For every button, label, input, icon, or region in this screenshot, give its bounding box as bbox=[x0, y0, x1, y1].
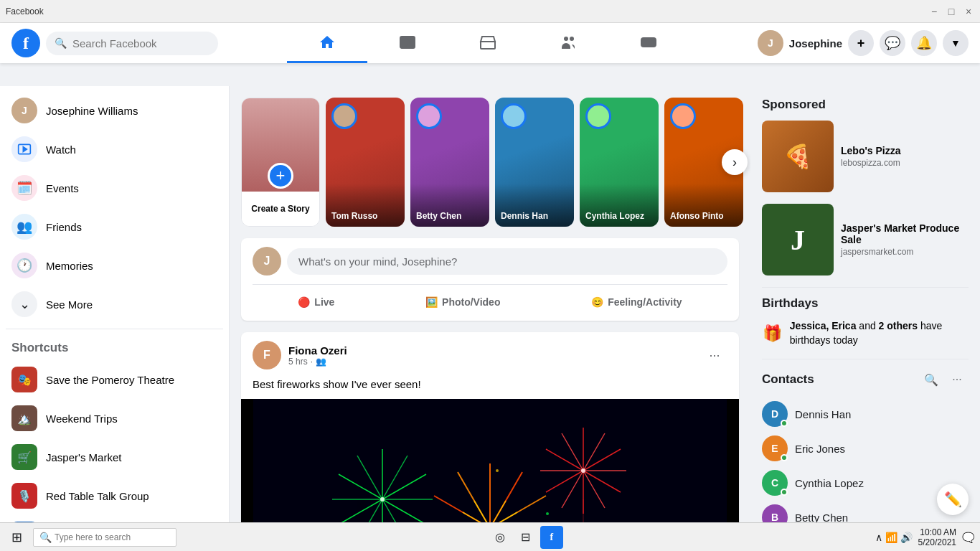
close-button[interactable]: × bbox=[963, 6, 974, 17]
user-sidebar-avatar: J bbox=[11, 98, 37, 123]
chevron-up-icon[interactable]: ∧ bbox=[875, 532, 882, 543]
nav-marketplace[interactable] bbox=[448, 23, 528, 63]
ad-lebos-url: lebospizza.com bbox=[841, 158, 900, 168]
shortcut-red-table[interactable]: 🎙️ Red Table Talk Group bbox=[6, 477, 223, 514]
svg-point-64 bbox=[496, 469, 499, 472]
photo-video-button[interactable]: 🖼️ Photo/Video bbox=[414, 292, 512, 312]
nav-groups[interactable] bbox=[528, 23, 608, 63]
stories-next-button[interactable]: › bbox=[722, 149, 748, 175]
chat-button[interactable]: ✏️ bbox=[937, 484, 969, 515]
create-story-card[interactable]: + Create a Story bbox=[241, 98, 320, 227]
minimize-button[interactable]: − bbox=[928, 6, 940, 17]
ad-lebos-info: Lebo's Pizza lebospizza.com bbox=[841, 121, 900, 192]
maximize-button[interactable]: □ bbox=[946, 6, 957, 17]
taskbar-cortana-icon[interactable]: ◎ bbox=[489, 526, 512, 549]
post-author: F Fiona Ozeri 5 hrs · 👥 bbox=[253, 341, 347, 369]
contact-cynthia-avatar: C bbox=[762, 470, 788, 496]
shortcut-weekend-trips[interactable]: 🏔️ Weekend Trips bbox=[6, 400, 223, 437]
shortcut-red-table-label: Red Table Talk Group bbox=[46, 490, 149, 502]
story-dennis-han-avatar bbox=[501, 103, 527, 129]
ad-lebos-pizza[interactable]: 🍕 Lebo's Pizza lebospizza.com bbox=[762, 121, 969, 192]
sidebar-memories-label: Memories bbox=[46, 260, 93, 272]
contact-dennis-han[interactable]: D Dennis Han bbox=[762, 397, 969, 431]
contacts-section: Contacts 🔍 ··· D Dennis Han E Eric Jo bbox=[762, 368, 969, 534]
friends-icon: 👥 bbox=[11, 214, 37, 240]
sidebar-divider bbox=[6, 329, 223, 329]
taskbar-facebook-icon[interactable]: f bbox=[540, 526, 563, 549]
taskbar-start-button[interactable]: ⊞ bbox=[6, 527, 27, 548]
birthday-text: Jessica, Erica and 2 others have birthda… bbox=[790, 319, 969, 347]
nav-home[interactable] bbox=[287, 23, 367, 63]
section-divider-1 bbox=[762, 287, 969, 288]
post-text: Best fireworks show I've ever seen! bbox=[241, 378, 739, 399]
contact-eric-avatar: E bbox=[762, 435, 788, 461]
sidebar-item-watch[interactable]: Watch bbox=[6, 131, 223, 168]
search-input[interactable] bbox=[72, 37, 187, 50]
red-table-icon: 🎙️ bbox=[11, 483, 37, 509]
contacts-more-button[interactable]: ··· bbox=[946, 368, 969, 391]
section-divider-2 bbox=[762, 359, 969, 359]
contacts-title: Contacts bbox=[762, 372, 814, 387]
taskbar-search-input[interactable] bbox=[55, 532, 162, 542]
sponsored-title: Sponsored bbox=[762, 98, 969, 112]
svg-point-8 bbox=[651, 42, 653, 44]
post-meta: 5 hrs · 👥 bbox=[288, 357, 347, 367]
messenger-button[interactable]: 💬 bbox=[880, 30, 905, 56]
shortcut-jaspers-market[interactable]: 🛒 Jasper's Market bbox=[6, 438, 223, 476]
sidebar-item-seemore[interactable]: ⌄ See More bbox=[6, 286, 223, 323]
sidebar-item-friends[interactable]: 👥 Friends bbox=[6, 208, 223, 245]
search-box[interactable]: 🔍 bbox=[46, 32, 218, 55]
story-betty-chen[interactable]: Betty Chen bbox=[410, 98, 489, 227]
sidebar-item-memories[interactable]: 🕐 Memories bbox=[6, 247, 223, 284]
feeling-button[interactable]: 😊 Feeling/Activity bbox=[580, 292, 693, 312]
story-cynthia-lopez[interactable]: Cynthia Lopez bbox=[580, 98, 659, 227]
notifications-button[interactable]: 🔔 bbox=[911, 30, 937, 56]
story-tom-russo[interactable]: Tom Russo bbox=[326, 98, 405, 227]
live-action-button[interactable]: 🔴 Live bbox=[286, 292, 346, 312]
sidebar-watch-label: Watch bbox=[46, 143, 76, 156]
add-button[interactable]: + bbox=[848, 30, 874, 56]
contacts-search-button[interactable]: 🔍 bbox=[920, 368, 943, 391]
post-author-name: Fiona Ozeri bbox=[288, 344, 347, 357]
user-pill[interactable]: J Josephine bbox=[758, 30, 842, 56]
photo-icon: 🖼️ bbox=[425, 296, 438, 308]
save-pomeroy-icon: 🎭 bbox=[11, 367, 37, 392]
network-icon[interactable]: 📶 bbox=[885, 532, 897, 543]
post-options-button[interactable]: ··· bbox=[702, 342, 727, 368]
live-icon: 🔴 bbox=[298, 296, 310, 308]
post-author-avatar: F bbox=[253, 341, 281, 369]
volume-icon[interactable]: 🔊 bbox=[900, 532, 913, 543]
nav-gaming[interactable] bbox=[608, 23, 689, 63]
nav-watch[interactable] bbox=[367, 23, 448, 63]
story-cynthia-name: Cynthia Lopez bbox=[585, 209, 653, 221]
post-composer-input[interactable]: What's on your mind, Josephine? bbox=[287, 248, 727, 275]
ad-jaspers-market[interactable]: J Jasper's Market Produce Sale jaspersma… bbox=[762, 204, 969, 276]
nav-center bbox=[224, 23, 752, 63]
sidebar-item-events[interactable]: 🗓️ Events bbox=[6, 169, 223, 207]
notification-icon[interactable]: 🗨️ bbox=[962, 532, 974, 543]
taskbar-right: ∧ 📶 🔊 10:00 AM 5/20/2021 🗨️ bbox=[875, 527, 974, 547]
events-icon: 🗓️ bbox=[11, 175, 37, 201]
shortcut-save-pomeroy[interactable]: 🎭 Save the Pomeroy Theatre bbox=[6, 361, 223, 398]
story-dennis-han[interactable]: Dennis Han bbox=[495, 98, 574, 227]
contact-eric-jones[interactable]: E Eric Jones bbox=[762, 431, 969, 466]
birthday-item[interactable]: 🎁 Jessica, Erica and 2 others have birth… bbox=[762, 319, 969, 347]
weekend-trips-icon: 🏔️ bbox=[11, 405, 37, 431]
user-name: Josephine bbox=[789, 37, 842, 50]
post-header: F Fiona Ozeri 5 hrs · 👥 ··· bbox=[241, 332, 739, 378]
stories-row: + Create a Story Tom Russo bbox=[241, 98, 739, 227]
time-display: 10:00 AM bbox=[918, 527, 956, 537]
post-image bbox=[241, 399, 739, 534]
account-menu-button[interactable]: ▼ bbox=[943, 30, 969, 56]
ad-jaspers-info: Jasper's Market Produce Sale jaspersmark… bbox=[841, 204, 969, 276]
birthdays-section: Birthdays 🎁 Jessica, Erica and 2 others … bbox=[762, 296, 969, 347]
sidebar-item-user[interactable]: J Josephine Williams bbox=[6, 92, 223, 129]
contacts-actions: 🔍 ··· bbox=[920, 368, 969, 391]
taskbar-taskview-icon[interactable]: ⊟ bbox=[514, 526, 537, 549]
title-bar-title: Facebook bbox=[6, 6, 44, 17]
contact-cynthia-name: Cynthia Lopez bbox=[795, 477, 864, 489]
feed: + Create a Story Tom Russo bbox=[230, 86, 750, 545]
story-cynthia-avatar bbox=[585, 103, 611, 129]
story-betty-chen-name: Betty Chen bbox=[416, 209, 484, 221]
facebook-logo[interactable]: f bbox=[11, 29, 40, 57]
